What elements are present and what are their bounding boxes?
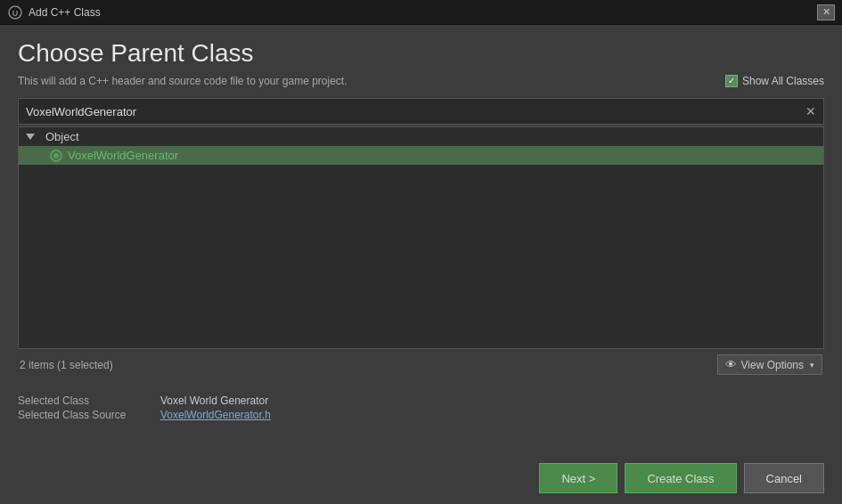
view-options-label: View Options (741, 359, 804, 371)
class-item-label-selected: VoxelWorldGenerator (68, 149, 178, 162)
show-all-classes-toggle[interactable]: ✓ Show All Classes (725, 75, 824, 87)
next-button-label: Next > (561, 472, 595, 485)
close-button[interactable]: ✕ (817, 4, 835, 20)
selected-info-panel: Selected Class Voxel World Generator Sel… (0, 389, 842, 430)
radio-inner-dot (53, 153, 59, 159)
checkbox-check-icon: ✓ (728, 77, 735, 85)
view-options-button[interactable]: 👁 View Options ▾ (717, 354, 822, 375)
class-list[interactable]: Object VoxelWorldGenerator (18, 126, 824, 349)
description-text: This will add a C++ header and source co… (18, 75, 347, 87)
page-heading: Choose Parent Class (18, 39, 824, 68)
selected-class-label: Selected Class (18, 394, 160, 407)
items-count: 2 items (1 selected) (20, 359, 113, 371)
search-clear-button[interactable]: ✕ (803, 103, 819, 119)
create-class-label: Create Class (647, 472, 714, 485)
list-item[interactable]: Object (19, 127, 823, 146)
description-row: This will add a C++ header and source co… (18, 75, 824, 87)
cancel-button[interactable]: Cancel (744, 463, 824, 493)
selected-class-value: Voxel World Generator (160, 394, 824, 407)
buttons-row: Next > Create Class Cancel (539, 463, 824, 493)
search-container: ✕ (18, 98, 824, 125)
class-item-label: Object (45, 130, 79, 143)
show-all-classes-label: Show All Classes (742, 75, 824, 87)
list-item[interactable]: VoxelWorldGenerator (19, 146, 823, 165)
title-bar-left: U Add C++ Class (7, 4, 101, 20)
search-input[interactable] (18, 98, 824, 125)
list-footer: 2 items (1 selected) 👁 View Options ▾ (18, 349, 824, 378)
radio-button-selected[interactable] (50, 150, 62, 162)
cancel-button-label: Cancel (766, 472, 802, 485)
window-title: Add C++ Class (29, 6, 101, 19)
next-button[interactable]: Next > (539, 463, 617, 493)
expand-icon (26, 134, 35, 140)
svg-text:U: U (12, 9, 19, 18)
show-all-checkbox[interactable]: ✓ (725, 75, 738, 87)
selected-class-source-value[interactable]: VoxelWorldGenerator.h (160, 409, 824, 421)
eye-icon: 👁 (725, 358, 737, 371)
ue-logo-icon: U (7, 4, 23, 20)
selected-class-source-label: Selected Class Source (18, 409, 160, 421)
title-bar: U Add C++ Class ✕ (0, 0, 842, 25)
main-content: Choose Parent Class This will add a C++ … (0, 25, 842, 389)
create-class-button[interactable]: Create Class (625, 463, 736, 493)
chevron-down-icon: ▾ (810, 361, 814, 370)
